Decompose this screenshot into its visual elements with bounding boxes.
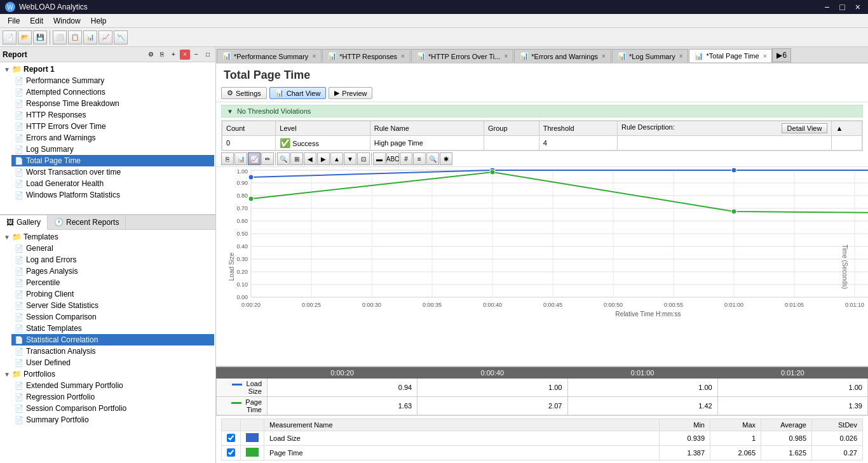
gallery-panel: 🖼 Gallery 🕐 Recent Reports ▼ 📁 Templates (0, 215, 215, 463)
gallery-item-session[interactable]: 📄 Session Comparison (11, 311, 214, 323)
page-checkbox[interactable] (227, 448, 235, 457)
tree-item-http-errors[interactable]: 📄 HTTP Errors Over Time (11, 121, 214, 132)
chart-tool-zoom[interactable]: 🔍 (277, 152, 290, 165)
gallery-item-general[interactable]: 📄 General (11, 243, 214, 254)
maximize-btn[interactable]: □ (837, 2, 847, 12)
gallery-item-summary-portfolio[interactable]: 📄 Summary Portfolio (11, 414, 214, 426)
toolbar-btn4[interactable]: ⬜ (53, 30, 67, 44)
tab-errors-warnings[interactable]: 📊 *Errors and Warnings × (514, 49, 611, 63)
chart-tool-zoom2[interactable]: ⊞ (290, 152, 303, 165)
tree-item-log-summary[interactable]: 📄 Log Summary (11, 144, 214, 155)
chart-tool-fit[interactable]: ⊡ (357, 152, 370, 165)
close-btn[interactable]: × (853, 2, 863, 12)
toolbar-new[interactable]: 📄 (3, 30, 17, 44)
tree-expand-root[interactable]: ▼ (4, 66, 11, 73)
window-controls[interactable]: − □ × (822, 2, 863, 12)
tree-item-attempted-connections[interactable]: 📄 Attempted Connections (11, 86, 214, 98)
settings-btn[interactable]: ⚙ Settings (221, 87, 267, 99)
gallery-item-extended[interactable]: 📄 Extended Summary Portfolio (11, 380, 214, 391)
gallery-item-statistical[interactable]: 📄 Statistical Correlation (11, 334, 214, 346)
gallery-item-percentile[interactable]: 📄 Percentile (11, 277, 214, 288)
tree-item-errors-warnings[interactable]: 📄 Errors and Warnings (11, 132, 214, 144)
tab-recent-reports[interactable]: 🕐 Recent Reports (48, 215, 126, 229)
toolbar-btn8[interactable]: 📉 (114, 30, 128, 44)
gallery-item-static[interactable]: 📄 Static Templates (11, 323, 214, 334)
chart-tool-pan-left[interactable]: ◀ (304, 152, 316, 165)
chart-tool-search[interactable]: 🔍 (426, 152, 439, 165)
chart-tool-copy[interactable]: ⎘ (221, 152, 234, 165)
gallery-item-user-defined[interactable]: 📄 User Defined (11, 357, 214, 368)
gallery-templates-group[interactable]: ▼ 📁 Templates (1, 231, 214, 243)
tab-overflow[interactable]: ▶6 (772, 48, 791, 62)
minimize-btn[interactable]: − (822, 2, 832, 12)
tree-item-total-page-time[interactable]: 📄 Total Page Time (11, 155, 214, 166)
app-icon: W (5, 2, 15, 12)
chart-tool-pan-down[interactable]: ▼ (344, 152, 356, 165)
tree-item-http-responses[interactable]: 📄 HTTP Responses (11, 109, 214, 121)
tab-close-ew[interactable]: × (602, 53, 606, 60)
chart-tool-pen[interactable]: ✏ (261, 152, 274, 165)
chart-tool-list[interactable]: ≡ (413, 152, 426, 165)
report-settings-btn[interactable]: ⚙ (146, 50, 156, 60)
chart-view-btn[interactable]: 📊 Chart View (269, 87, 327, 99)
report-add-btn[interactable]: + (168, 50, 179, 60)
chart-tool-bar[interactable]: ▬ (373, 152, 386, 165)
report-close-btn[interactable]: × (180, 50, 190, 60)
menu-help[interactable]: Help (86, 15, 112, 27)
gallery-item-log-errors[interactable]: 📄 Log and Errors (11, 254, 214, 265)
chart-tool-line[interactable]: 📈 (248, 152, 261, 165)
chart-tool-abc[interactable]: ABC (386, 152, 399, 165)
chart-tool-settings[interactable]: ✱ (440, 152, 452, 165)
menu-edit[interactable]: Edit (25, 15, 48, 27)
templates-expand[interactable]: ▼ (4, 234, 11, 241)
load-checkbox[interactable] (227, 434, 235, 442)
report-min-btn[interactable]: − (191, 50, 201, 60)
chart-tool-pan-up[interactable]: ▲ (330, 152, 343, 165)
gallery-item-server-side[interactable]: 📄 Server Side Statistics (11, 300, 214, 311)
toolbar-btn7[interactable]: 📈 (98, 30, 112, 44)
chart-tool-grid[interactable]: # (400, 152, 412, 165)
leg-check-page[interactable] (222, 446, 241, 460)
tab-total-page-time[interactable]: 📊 *Total Page Time × (689, 49, 772, 63)
toolbar-btn6[interactable]: 📊 (83, 30, 97, 44)
tab-close-ps[interactable]: × (312, 53, 316, 60)
toolbar-open[interactable]: 📂 (18, 30, 32, 44)
menu-window[interactable]: Window (48, 15, 86, 27)
tab-close-tpt[interactable]: × (763, 53, 767, 60)
chart-tool-pan-right[interactable]: ▶ (317, 152, 330, 165)
tab-close-he[interactable]: × (504, 53, 508, 60)
tab-close-ls[interactable]: × (679, 53, 683, 60)
toolbar-save[interactable]: 💾 (33, 30, 47, 44)
chart-tool-chart-type[interactable]: 📊 (234, 152, 247, 165)
tree-item-worst-transaction[interactable]: 📄 Worst Transaction over time (11, 166, 214, 178)
tree-item-load-generator[interactable]: 📄 Load Generator Health (11, 178, 214, 189)
leg-check-load[interactable] (222, 431, 241, 446)
report-copy-btn[interactable]: ⎘ (157, 50, 167, 60)
gallery-item-probing[interactable]: 📄 Probing Client (11, 288, 214, 300)
toolbar-btn5[interactable]: 📋 (68, 30, 82, 44)
threshold-arrow: ▼ (227, 108, 233, 115)
gallery-item-regression[interactable]: 📄 Regression Portfolio (11, 391, 214, 403)
tab-performance-summary[interactable]: 📊 *Performance Summary × (217, 49, 322, 63)
report-max-btn[interactable]: □ (203, 50, 213, 60)
tree-item-performance-summary[interactable]: 📄 Performance Summary (11, 75, 214, 86)
gallery-item-pages-analysis[interactable]: 📄 Pages Analysis (11, 265, 214, 277)
tab-log-summary[interactable]: 📊 *Log Summary × (612, 49, 689, 63)
gallery-item-transaction[interactable]: 📄 Transaction Analysis (11, 346, 214, 357)
preview-btn[interactable]: ▶ Preview (329, 87, 372, 99)
leg-row-page: Page Time 1.387 2.065 1.625 0.27 (222, 446, 863, 460)
folder-icon-portfolios: 📁 (11, 370, 22, 379)
tab-http-responses[interactable]: 📊 *HTTP Responses × (322, 49, 410, 63)
gallery-portfolios-group[interactable]: ▼ 📁 Portfolios (1, 368, 214, 380)
tab-gallery[interactable]: 🖼 Gallery (0, 215, 48, 230)
tree-item-windows-platform[interactable]: 📄 Windows Platform Statistics (11, 189, 214, 201)
portfolios-expand[interactable]: ▼ (4, 371, 11, 378)
gallery-item-session-comp[interactable]: 📄 Session Comparison Portfolio (11, 403, 214, 414)
menu-file[interactable]: File (3, 15, 25, 27)
report-panel-controls[interactable]: ⚙ ⎘ + × − □ (146, 50, 213, 60)
tab-http-errors[interactable]: 📊 *HTTP Errors Over Ti... × (411, 49, 513, 63)
detail-view-btn[interactable]: Detail View (782, 123, 828, 133)
tree-item-response-time[interactable]: 📄 Response Time Breakdown (11, 98, 214, 109)
tree-root[interactable]: ▼ 📁 Report 1 (1, 64, 214, 75)
tab-close-hr[interactable]: × (401, 53, 405, 60)
